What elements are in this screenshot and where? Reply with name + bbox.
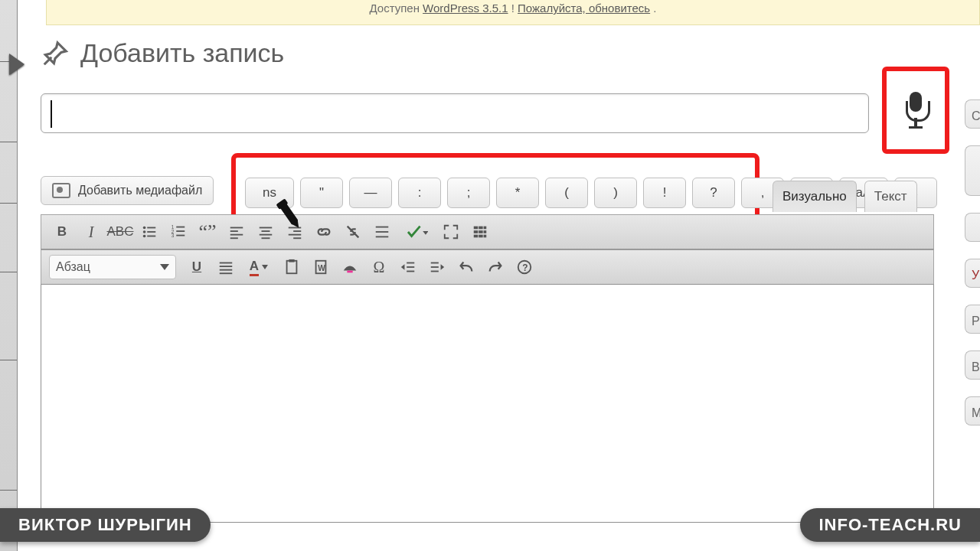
italic-button[interactable]: I: [78, 220, 104, 243]
svg-text:3: 3: [172, 233, 175, 238]
page-heading: Добавить запись: [41, 38, 284, 68]
tab-visual[interactable]: Визуально: [773, 181, 857, 212]
update-prefix: Доступен: [369, 2, 423, 15]
active-menu-arrow: [9, 54, 24, 75]
punct-semicolon-button[interactable]: ;: [447, 178, 490, 208]
camera-icon: [52, 183, 70, 198]
post-title-input[interactable]: [41, 93, 869, 133]
kitchen-sink-button[interactable]: [467, 220, 493, 243]
align-left-button[interactable]: [224, 220, 250, 243]
svg-rect-12: [230, 227, 243, 229]
metabox-partial-7[interactable]: М: [965, 396, 980, 425]
unlink-button[interactable]: [340, 220, 366, 243]
svg-rect-29: [484, 227, 487, 230]
insert-more-button[interactable]: [369, 220, 395, 243]
svg-rect-14: [230, 234, 243, 236]
metabox-partial-5[interactable]: Р: [965, 305, 980, 334]
svg-text:W: W: [318, 264, 325, 272]
svg-rect-41: [289, 259, 294, 262]
svg-rect-18: [260, 234, 273, 236]
paste-word-button[interactable]: W: [308, 256, 334, 279]
punct-paren-close-button[interactable]: ): [594, 178, 637, 208]
add-media-button[interactable]: Добавить медиафайл: [41, 176, 214, 205]
microphone-button-highlighted[interactable]: [882, 67, 949, 154]
bullet-list-button[interactable]: [136, 220, 162, 243]
post-content-textarea[interactable]: [41, 285, 934, 523]
site-badge: INFO-TEACH.RU: [800, 508, 980, 542]
update-nag: Доступен WordPress 3.5.1 ! Пожалуйста, о…: [46, 0, 980, 25]
svg-rect-39: [220, 272, 233, 274]
svg-rect-11: [176, 235, 185, 236]
please-update-link[interactable]: Пожалуйста, обновитесь: [518, 2, 650, 15]
fullscreen-button[interactable]: [438, 220, 464, 243]
svg-rect-30: [474, 230, 479, 233]
svg-rect-25: [376, 231, 389, 233]
wordpress-version-link[interactable]: WordPress 3.5.1: [423, 2, 508, 15]
svg-point-4: [143, 235, 146, 238]
svg-rect-46: [407, 266, 414, 268]
svg-rect-17: [262, 230, 270, 232]
svg-rect-23: [293, 237, 301, 239]
punct-dash-button[interactable]: —: [349, 178, 392, 208]
svg-rect-27: [474, 227, 479, 230]
metabox-partial-2[interactable]: [965, 145, 980, 196]
svg-rect-32: [484, 230, 487, 233]
punct-quote-button[interactable]: ": [300, 178, 343, 208]
blockquote-button[interactable]: “”: [194, 220, 220, 243]
svg-rect-38: [220, 269, 233, 271]
punct-question-button[interactable]: ?: [692, 178, 735, 208]
svg-rect-19: [262, 237, 270, 239]
underline-button[interactable]: U: [184, 256, 210, 279]
svg-rect-3: [147, 231, 155, 233]
svg-rect-45: [407, 262, 414, 264]
update-middle: !: [511, 2, 518, 15]
special-char-button[interactable]: Ω: [366, 256, 392, 279]
author-badge: ВИКТОР ШУРЫГИН: [0, 508, 211, 542]
svg-rect-1: [147, 227, 155, 229]
strikethrough-button[interactable]: ABC: [107, 220, 133, 243]
page-title: Добавить запись: [80, 38, 284, 68]
insert-link-button[interactable]: [311, 220, 337, 243]
numbered-list-button[interactable]: 123: [165, 220, 191, 243]
svg-rect-28: [479, 227, 483, 230]
punct-paren-open-button[interactable]: (: [545, 178, 588, 208]
align-center-button[interactable]: [253, 220, 279, 243]
format-select-value: Абзац: [56, 260, 90, 274]
metabox-partial-3[interactable]: [965, 213, 980, 242]
svg-point-2: [143, 230, 146, 233]
svg-rect-24: [376, 227, 389, 228]
svg-rect-5: [147, 236, 155, 237]
align-justify-button[interactable]: [213, 256, 239, 279]
microphone-icon: [903, 92, 928, 129]
punct-exclaim-button[interactable]: !: [643, 178, 686, 208]
tab-text[interactable]: Текст: [864, 181, 917, 212]
chevron-down-icon: [160, 264, 169, 270]
punct-asterisk-button[interactable]: *: [496, 178, 539, 208]
svg-rect-35: [484, 235, 487, 238]
svg-rect-37: [220, 266, 233, 267]
help-button[interactable]: ?: [511, 256, 537, 279]
admin-sidebar-collapsed: [0, 0, 18, 551]
punct-colon-button[interactable]: :: [398, 178, 441, 208]
svg-point-0: [143, 227, 146, 230]
spellcheck-button[interactable]: [398, 220, 435, 243]
svg-rect-34: [479, 235, 483, 238]
pin-icon: [41, 39, 70, 68]
remove-formatting-button[interactable]: [337, 256, 363, 279]
text-color-button[interactable]: A: [242, 256, 276, 279]
right-metaboxes: С У Р В М: [965, 99, 980, 536]
svg-rect-26: [376, 236, 389, 238]
svg-rect-40: [287, 261, 297, 274]
outdent-button[interactable]: [395, 256, 421, 279]
undo-button[interactable]: [453, 256, 479, 279]
indent-button[interactable]: [424, 256, 450, 279]
metabox-partial-6[interactable]: В: [965, 350, 980, 380]
redo-button[interactable]: [482, 256, 508, 279]
metabox-partial-1[interactable]: С: [965, 99, 980, 129]
metabox-partial-4[interactable]: У: [965, 259, 980, 288]
update-suffix: .: [653, 2, 656, 15]
format-select[interactable]: Абзац: [49, 255, 176, 279]
bold-button[interactable]: B: [49, 220, 75, 243]
svg-rect-31: [479, 230, 483, 233]
paste-text-button[interactable]: [279, 256, 305, 279]
